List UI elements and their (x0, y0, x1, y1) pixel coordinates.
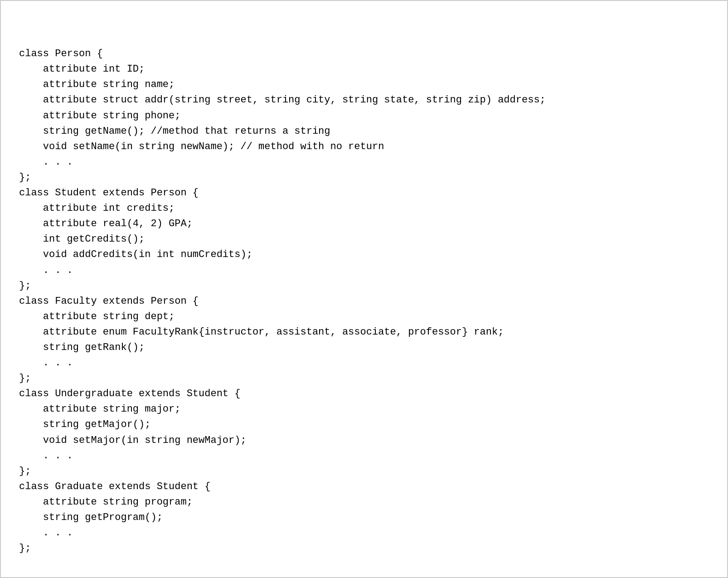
code-line: class Person { (19, 46, 709, 62)
code-line: void addCredits(in int numCredits); (19, 247, 709, 262)
code-line: . . . (19, 448, 709, 464)
code-line: . . . (19, 525, 709, 541)
code-line: attribute enum FacultyRank{instructor, a… (19, 325, 709, 340)
code-line: attribute string major; (19, 402, 709, 417)
code-line: . . . (19, 155, 709, 170)
code-line: int getCredits(); (19, 232, 709, 247)
code-line: attribute string name; (19, 77, 709, 92)
code-line: attribute int ID; (19, 62, 709, 77)
code-line: attribute int credits; (19, 201, 709, 216)
code-line: }; (19, 464, 709, 479)
code-block: class Person { attribute int ID; attribu… (19, 15, 709, 556)
code-line: void setMajor(in string newMajor); (19, 433, 709, 448)
code-line: string getName(); //method that returns … (19, 124, 709, 139)
code-line: class Student extends Person { (19, 185, 709, 201)
code-line: string getMajor(); (19, 417, 709, 432)
code-line: class Undergraduate extends Student { (19, 386, 709, 402)
code-line: }; (19, 371, 709, 386)
code-line: attribute string phone; (19, 108, 709, 124)
code-line: class Faculty extends Person { (19, 294, 709, 309)
code-line: attribute string program; (19, 495, 709, 510)
code-line: . . . (19, 355, 709, 371)
code-container: class Person { attribute int ID; attribu… (0, 0, 728, 578)
code-line: void setName(in string newName); // meth… (19, 139, 709, 155)
code-line: }; (19, 278, 709, 294)
code-line: attribute struct addr(string street, str… (19, 92, 709, 108)
code-line: string getProgram(); (19, 510, 709, 525)
code-line: attribute string dept; (19, 309, 709, 325)
code-line: }; (19, 170, 709, 185)
code-line: string getRank(); (19, 340, 709, 355)
code-line: class Graduate extends Student { (19, 479, 709, 495)
code-line: attribute real(4, 2) GPA; (19, 216, 709, 232)
code-line: . . . (19, 263, 709, 278)
code-line: }; (19, 541, 709, 556)
